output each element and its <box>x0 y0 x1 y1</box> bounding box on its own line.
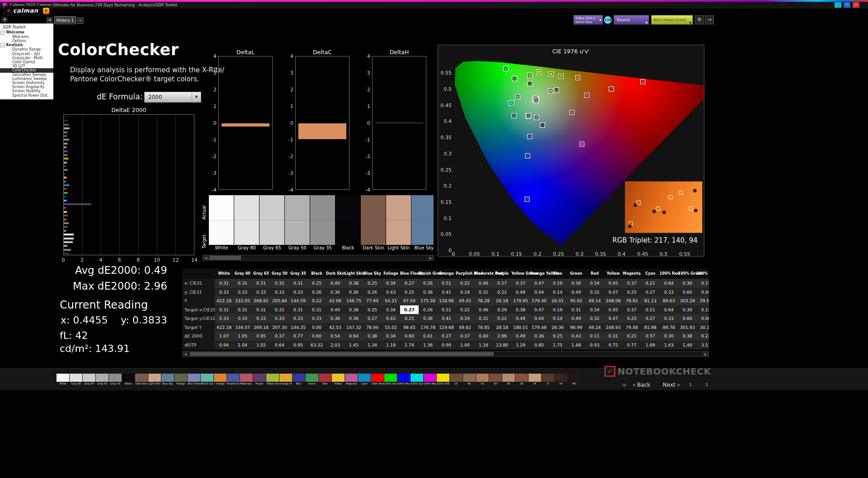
patch-color <box>384 374 397 382</box>
sidebar-item-colorchecker[interactable]: ColorChecker <box>0 68 53 72</box>
table-cell: 0.26 <box>307 288 326 297</box>
sidebar-item-options[interactable]: Options <box>0 39 53 43</box>
colorchecker-patch[interactable]: Light Skin <box>148 374 161 386</box>
scroll-right-icon[interactable]: ▶ <box>428 255 434 260</box>
scroll-right-icon[interactable]: ▶ <box>703 351 708 356</box>
next-button[interactable]: Next» <box>663 382 681 388</box>
colorchecker-patch[interactable]: Gray 50 <box>96 374 108 386</box>
colorchecker-patch[interactable]: 100% Cyan <box>410 374 423 386</box>
table-cell: 422.18 <box>215 296 233 305</box>
colorchecker-patch[interactable]: Blue <box>292 374 305 386</box>
colorchecker-patch[interactable]: 6E <box>502 374 515 386</box>
colorchecker-patch[interactable]: 7G <box>476 374 489 386</box>
colorchecker-patch[interactable]: Orange <box>214 374 226 386</box>
sidebar-item-screen-uniformity[interactable]: Screen Uniformity <box>0 81 53 85</box>
titlebar[interactable]: Calman 2022 Calman Ultimate for Business… <box>0 2 868 9</box>
sidebar-item-analysis[interactable]: Analysis <box>0 43 53 47</box>
display-control-dropdown[interactable]: Direct Display Control ▼ <box>651 15 693 25</box>
sidebar-item-color-gamut[interactable]: Color Gamut <box>0 60 53 64</box>
colorchecker-patch[interactable]: Blue Sky <box>161 374 174 386</box>
colorchecker-patch[interactable]: 100% Magenta <box>424 374 436 386</box>
tab-history-1[interactable]: History 1 <box>54 16 76 24</box>
back-button[interactable]: «Back <box>631 382 650 388</box>
colorchecker-patch[interactable]: M2 <box>568 374 580 386</box>
sidebar-item-grayscale-2pt[interactable]: Grayscale - 2pt <box>0 52 53 56</box>
colorchecker-patch[interactable]: Red <box>319 374 331 386</box>
colorchecker-patch[interactable]: Black <box>122 374 135 386</box>
source-dropdown[interactable]: Source ▼ <box>613 15 649 25</box>
colorchecker-patch[interactable]: Bluish Green <box>201 374 213 386</box>
scrollbar-thumb[interactable] <box>190 352 494 356</box>
sidebar-item-screen-angularity[interactable]: Screen Angularity <box>0 85 53 89</box>
colorchecker-patch[interactable]: Gray 65 <box>83 374 95 386</box>
add-tab-button[interactable]: + <box>77 17 84 24</box>
sidebar-item-luminance-sweeps[interactable]: Luminance Sweeps <box>0 77 53 81</box>
workflow-menu-icon[interactable]: ≡ <box>622 382 627 388</box>
sidebar-collapse-button[interactable]: ◀ <box>47 17 52 23</box>
colorchecker-patch[interactable]: 5D <box>489 374 502 386</box>
sidebar-item-welcome[interactable]: Welcome <box>0 30 53 35</box>
colorchecker-patch[interactable]: 100% Blue <box>397 374 410 386</box>
table-cell: 1.74 <box>400 341 419 350</box>
delta-chart-plot <box>218 56 273 190</box>
colorchecker-patch[interactable]: 100% Red <box>371 374 384 386</box>
sidebar-item-screen-stability[interactable]: Screen Stability <box>0 89 53 93</box>
table-cell: 147.32 <box>344 323 363 332</box>
avg-de2000-readout: Avg dE2000: 0.49 <box>75 264 167 276</box>
table-cell: 89.63 <box>660 296 678 305</box>
colorchecker-patch[interactable]: Green <box>306 374 318 386</box>
colorchecker-patch[interactable]: Magenta <box>345 374 358 386</box>
colorchecker-patch[interactable]: 100% Green <box>384 374 397 386</box>
colorchecker-patch[interactable]: 100% Yellow <box>437 374 449 386</box>
colorchecker-patch[interactable]: Purple <box>253 374 266 386</box>
sidebar-pin-button[interactable]: ● <box>2 17 8 23</box>
close-button[interactable]: ✕ <box>853 2 859 8</box>
colorchecker-patch[interactable]: Dark Skin <box>135 374 148 386</box>
settings-gear-icon[interactable]: ⚙ <box>695 15 704 24</box>
scroll-left-icon[interactable]: ◀ <box>203 255 209 260</box>
table-cell: 0.51 <box>437 305 456 314</box>
table-cell: 26.18 <box>493 296 511 305</box>
colorchecker-patch[interactable]: Orange Yellow <box>279 374 292 386</box>
scroll-left-icon[interactable]: ◀ <box>183 351 189 356</box>
logo-dropdown-chevron-icon[interactable]: ▼ <box>43 8 49 14</box>
sidebar-item-spectral-power-dist-[interactable]: Spectral Power Dist. <box>0 94 53 98</box>
calman-logo-menu[interactable]: ✳ calman ▼ <box>4 6 51 15</box>
colorchecker-patch[interactable]: J7 <box>542 374 554 386</box>
colorchecker-patch[interactable]: Yellow Green <box>266 374 279 386</box>
sidebar-item-grayscale-multi[interactable]: Grayscale - Multi <box>0 56 53 60</box>
patch-color <box>371 374 384 382</box>
colorchecker-swatch <box>234 195 259 245</box>
colorchecker-patch[interactable]: Yellow <box>332 374 344 386</box>
colorchecker-patch[interactable]: Blue Flower <box>188 374 200 386</box>
table-scrollbar[interactable]: ◀ ▶ <box>182 351 709 357</box>
patch-label: Gray 65 <box>83 382 95 386</box>
colorchecker-patch[interactable]: Gray 35 <box>109 374 122 386</box>
sidebar-item-3d-lut[interactable]: 3D LUT <box>0 64 53 68</box>
swatch-scrollbar[interactable]: ◀ ▶ <box>203 255 434 261</box>
panel-expand-icon[interactable]: → <box>705 15 714 24</box>
colorchecker-patch[interactable]: 2B <box>515 374 528 386</box>
de-formula-select[interactable]: 2000 ▼ <box>144 92 201 103</box>
sidebar-item-welcome[interactable]: Welcome <box>0 35 53 39</box>
colorchecker-patch[interactable]: 8F <box>528 374 541 386</box>
table-row-label: y: CIE31 <box>182 288 215 297</box>
colorchecker-patch[interactable]: 2E <box>450 374 462 386</box>
colorchecker-patch[interactable]: K4 <box>555 374 567 386</box>
colorchecker-patch[interactable]: Moderate Red <box>240 374 253 386</box>
maximize-button[interactable]: ❐ <box>844 2 850 8</box>
table-column-header: Foliage <box>382 269 400 279</box>
colorchecker-patch[interactable]: Purplish Blue <box>227 374 240 386</box>
sidebar-item-dynamic-range[interactable]: Dynamic Range <box>0 47 53 52</box>
meter-dropdown[interactable]: X-Rite i1Pro 2 Direct View ▼ <box>573 15 603 25</box>
colorchecker-patch[interactable]: 4E <box>463 374 476 386</box>
colorchecker-patch[interactable]: Cyan <box>358 374 371 386</box>
colorchecker-patch[interactable]: White <box>57 374 69 386</box>
minimize-button[interactable]: ─ <box>835 2 841 8</box>
table-column-header: Dark Skin <box>326 269 344 279</box>
scrollbar-thumb[interactable] <box>209 256 241 260</box>
table-cell-selected[interactable]: 0.27 <box>400 305 419 314</box>
colorchecker-patch[interactable]: Foliage <box>175 374 187 386</box>
colorchecker-patch[interactable]: Gray 80 <box>70 374 82 386</box>
sidebar-item-saturation-sweeps[interactable]: Saturation Sweeps <box>0 73 53 77</box>
